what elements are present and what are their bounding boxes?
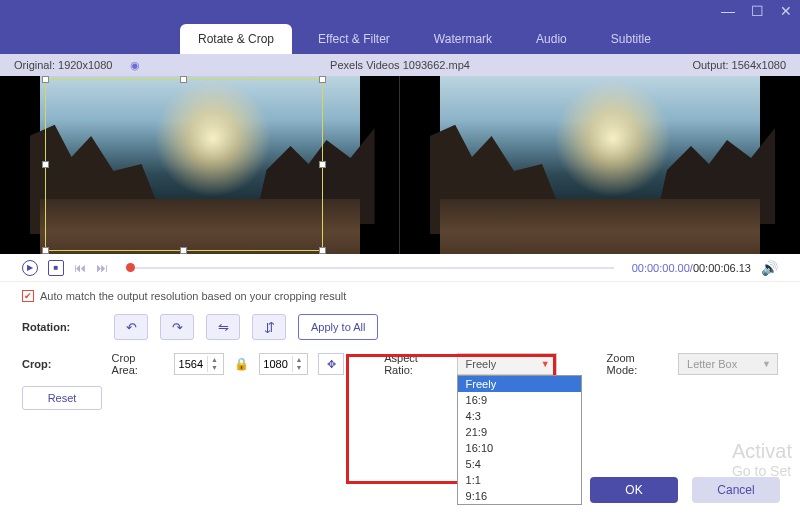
rotate-left-icon[interactable]: ↶ — [114, 314, 148, 340]
preview-toggle-icon[interactable]: ◉ — [130, 59, 140, 72]
titlebar: — ☐ ✕ — [0, 0, 800, 22]
tab-watermark[interactable]: Watermark — [416, 24, 510, 54]
aspect-option-5-4[interactable]: 5:4 — [458, 456, 581, 472]
crop-height-spinner[interactable]: ▲▼ — [259, 353, 309, 375]
preview-area — [0, 76, 800, 254]
aspect-option-freely[interactable]: Freely — [458, 376, 581, 392]
crop-handle-br[interactable] — [319, 247, 326, 254]
aspect-block: Aspect Ratio: Freely ▼ Freely 16:9 4:3 2… — [384, 352, 556, 376]
play-icon[interactable]: ▶ — [22, 260, 38, 276]
chevron-down-icon: ▼ — [541, 359, 550, 369]
playback-bar: ▶ ■ ⏮ ⏭ 00:00:00.00/00:00:06.13 🔊 — [0, 254, 800, 282]
lock-aspect-icon[interactable]: 🔒 — [234, 357, 249, 371]
aspect-ratio-select[interactable]: Freely ▼ — [457, 353, 557, 375]
aspect-ratio-dropdown[interactable]: Freely 16:9 4:3 21:9 16:10 5:4 1:1 9:16 — [457, 375, 582, 505]
automatch-label: Auto match the output resolution based o… — [40, 290, 346, 302]
minimize-icon[interactable]: — — [721, 3, 735, 19]
aspect-option-16-10[interactable]: 16:10 — [458, 440, 581, 456]
close-icon[interactable]: ✕ — [780, 3, 792, 19]
time-duration: 00:00:06.13 — [693, 262, 751, 274]
seek-track[interactable] — [126, 267, 614, 269]
aspect-option-21-9[interactable]: 21:9 — [458, 424, 581, 440]
volume-icon[interactable]: 🔊 — [761, 260, 778, 276]
tab-effect-filter[interactable]: Effect & Filter — [300, 24, 408, 54]
flip-horizontal-icon[interactable]: ⇋ — [206, 314, 240, 340]
filename-label: Pexels Videos 1093662.mp4 — [330, 59, 470, 71]
footer-buttons: OK Cancel — [590, 477, 780, 503]
crop-width-spinner[interactable]: ▲▼ — [174, 353, 224, 375]
tab-rotate-crop[interactable]: Rotate & Crop — [180, 24, 292, 54]
crop-handle-tl[interactable] — [42, 76, 49, 83]
chevron-down-icon: ▼ — [762, 359, 771, 369]
crop-height-input[interactable] — [260, 358, 292, 370]
video-frame-output — [440, 76, 760, 254]
crop-handle-tr[interactable] — [319, 76, 326, 83]
stop-icon[interactable]: ■ — [48, 260, 64, 276]
tab-bar: Rotate & Crop Effect & Filter Watermark … — [0, 22, 800, 54]
ok-button[interactable]: OK — [590, 477, 678, 503]
cancel-button[interactable]: Cancel — [692, 477, 780, 503]
crop-handle-ml[interactable] — [42, 161, 49, 168]
seek-playhead[interactable] — [126, 263, 135, 272]
os-watermark: Activat Go to Set — [732, 440, 792, 479]
maximize-icon[interactable]: ☐ — [751, 3, 764, 19]
crop-handle-mr[interactable] — [319, 161, 326, 168]
crop-width-input[interactable] — [175, 358, 207, 370]
crop-area-label: Crop Area: — [112, 352, 164, 376]
aspect-ratio-value: Freely — [466, 358, 497, 370]
tab-audio[interactable]: Audio — [518, 24, 585, 54]
flip-vertical-icon[interactable]: ⇵ — [252, 314, 286, 340]
reset-button[interactable]: Reset — [22, 386, 102, 410]
automatch-row: ✔ Auto match the output resolution based… — [0, 282, 800, 310]
crop-handle-tm[interactable] — [180, 76, 187, 83]
aspect-option-9-16[interactable]: 9:16 — [458, 488, 581, 504]
apply-to-all-button[interactable]: Apply to All — [298, 314, 378, 340]
info-bar: Original: 1920x1080 ◉ Pexels Videos 1093… — [0, 54, 800, 76]
rotation-row: Rotation: ↶ ↷ ⇋ ⇵ Apply to All — [0, 310, 800, 344]
tab-subtitle[interactable]: Subtitle — [593, 24, 669, 54]
rotate-right-icon[interactable]: ↷ — [160, 314, 194, 340]
original-resolution: Original: 1920x1080 — [14, 59, 112, 71]
output-resolution: Output: 1564x1080 — [692, 59, 786, 71]
rotation-label: Rotation: — [22, 321, 102, 333]
editor-window: — ☐ ✕ Rotate & Crop Effect & Filter Wate… — [0, 0, 800, 515]
crop-handle-bm[interactable] — [180, 247, 187, 254]
time-display: 00:00:00.00/00:00:06.13 — [632, 262, 751, 274]
crop-width-steppers[interactable]: ▲▼ — [207, 356, 221, 372]
zoom-mode-value: Letter Box — [687, 358, 737, 370]
aspect-ratio-label: Aspect Ratio: — [384, 352, 448, 376]
aspect-option-1-1[interactable]: 1:1 — [458, 472, 581, 488]
next-frame-icon[interactable]: ⏭ — [96, 261, 108, 275]
aspect-option-16-9[interactable]: 16:9 — [458, 392, 581, 408]
time-current: 00:00:00.00 — [632, 262, 690, 274]
zoom-mode-select[interactable]: Letter Box ▼ — [678, 353, 778, 375]
crop-row: Crop: Crop Area: ▲▼ 🔒 ▲▼ ✥ Aspect Ratio:… — [0, 344, 800, 380]
crop-label: Crop: — [22, 358, 102, 370]
automatch-checkbox[interactable]: ✔ — [22, 290, 34, 302]
crop-handle-bl[interactable] — [42, 247, 49, 254]
preview-original[interactable] — [0, 76, 400, 254]
aspect-option-4-3[interactable]: 4:3 — [458, 408, 581, 424]
zoom-mode-label: Zoom Mode: — [607, 352, 668, 376]
reset-row: Reset — [0, 380, 800, 416]
crop-selection[interactable] — [45, 79, 323, 251]
crop-height-steppers[interactable]: ▲▼ — [292, 356, 306, 372]
preview-output — [400, 76, 800, 254]
prev-frame-icon[interactable]: ⏮ — [74, 261, 86, 275]
center-crop-icon[interactable]: ✥ — [318, 353, 344, 375]
